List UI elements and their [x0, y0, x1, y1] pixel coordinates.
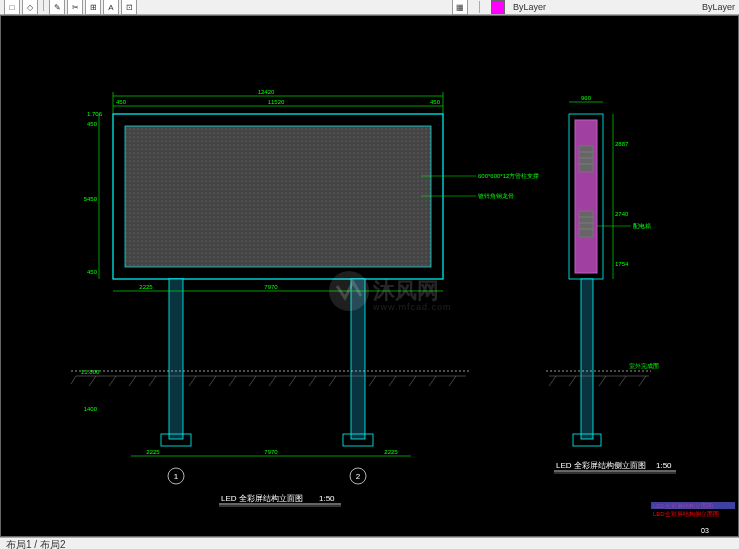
svg-rect-57: [581, 279, 593, 439]
svg-line-26: [249, 376, 256, 386]
separator: [479, 1, 480, 13]
drawing-canvas[interactable]: 12420 450 11520 450 1.706 450 5450 450 1…: [0, 15, 739, 537]
svg-line-65: [619, 376, 626, 386]
dim-mid-span: 7970: [264, 284, 278, 290]
callout-a: 600*600*12方管柱支撑: [478, 172, 539, 179]
watermark-url: www.mfcad.com: [372, 302, 452, 312]
svg-line-32: [389, 376, 396, 386]
callout-b: 镀锌角钢龙骨: [477, 193, 514, 199]
dim-mid-l: 2225: [139, 284, 153, 290]
status-bar: 布局1 / 布局2: [0, 537, 739, 549]
cad-drawing: 12420 450 11520 450 1.706 450 5450 450 1…: [1, 16, 738, 536]
svg-line-63: [569, 376, 576, 386]
side-dim-h1: 2887: [615, 141, 629, 147]
svg-line-33: [409, 376, 416, 386]
svg-rect-45: [575, 120, 597, 273]
app-toolbar: □ ◇ ✎ ✂ ⊞ A ⊡ ▦ ByLayer ByLayer: [0, 0, 739, 15]
svg-line-23: [189, 376, 196, 386]
dim-seg2: 5450: [84, 196, 98, 202]
toolbar-tool-group: □ ◇ ✎ ✂ ⊞ A ⊡: [4, 0, 137, 15]
side-dim-w: 960: [581, 95, 592, 101]
tool-icon[interactable]: ▦: [452, 0, 468, 15]
side-callout: 配电箱: [633, 223, 651, 229]
svg-line-30: [329, 376, 336, 386]
front-elevation: 12420 450 11520 450 1.706 450 5450 450 1…: [71, 89, 539, 506]
grid-1: 1: [174, 472, 179, 481]
dim-seg1: 450: [87, 121, 98, 127]
svg-rect-46: [579, 146, 593, 172]
svg-line-29: [309, 376, 316, 386]
svg-line-28: [289, 376, 296, 386]
svg-line-24: [209, 376, 216, 386]
page-label-2: LED全彩屏结构侧立面图: [653, 510, 719, 517]
front-scale: 1:50: [319, 494, 335, 503]
dim-left-margin: 450: [116, 99, 127, 105]
layout-tabs[interactable]: 布局1 / 布局2: [6, 538, 65, 549]
dim-right-margin: 450: [430, 99, 441, 105]
svg-line-66: [639, 376, 646, 386]
svg-line-27: [269, 376, 276, 386]
side-elevation: 960 2887 2740 1754 配电箱 室外完成面 LED 全彩屏结构侧立…: [546, 95, 676, 473]
tool-icon[interactable]: ✎: [49, 0, 65, 15]
dim-elev-lower: 11.800: [81, 369, 100, 375]
layer-name-2: ByLayer: [702, 2, 735, 12]
svg-rect-47: [579, 211, 593, 237]
dim-mid: 11520: [268, 99, 285, 105]
watermark-text: 沐风网: [372, 278, 439, 303]
tool-icon[interactable]: A: [103, 0, 119, 15]
dim-bot-l1: 2225: [146, 449, 160, 455]
tool-icon[interactable]: □: [4, 0, 20, 15]
svg-line-62: [549, 376, 556, 386]
dim-bot-r: 2225: [384, 449, 398, 455]
side-title: LED 全彩屏结构侧立面图: [556, 461, 646, 470]
svg-line-64: [599, 376, 606, 386]
layer-name: ByLayer: [513, 2, 546, 12]
page-label-1: LED全彩屏结构立面图: [653, 502, 713, 509]
dim-top-elev: 1.706: [87, 111, 103, 117]
side-dim-h3: 1754: [615, 261, 629, 267]
tool-icon[interactable]: ⊡: [121, 0, 137, 15]
svg-line-34: [429, 376, 436, 386]
svg-line-18: [71, 376, 76, 384]
svg-line-35: [449, 376, 456, 386]
svg-line-25: [229, 376, 236, 386]
front-title: LED 全彩屏结构立面图: [221, 494, 303, 503]
grid-2: 2: [356, 472, 361, 481]
dim-overall: 12420: [258, 89, 275, 95]
tool-icon[interactable]: ◇: [22, 0, 38, 15]
tool-icon[interactable]: ✂: [67, 0, 83, 15]
dim-seg3: 450: [87, 269, 98, 275]
color-swatch[interactable]: [491, 0, 505, 14]
svg-line-20: [109, 376, 116, 386]
svg-line-19: [89, 376, 96, 386]
watermark: 沐风网 www.mfcad.com: [329, 271, 452, 312]
side-dim-h2: 2740: [615, 211, 629, 217]
side-ground-label: 室外完成面: [629, 362, 659, 369]
side-scale: 1:50: [656, 461, 672, 470]
tool-icon[interactable]: ⊞: [85, 0, 101, 15]
dim-ground-depth: 1400: [84, 406, 98, 412]
svg-line-31: [369, 376, 376, 386]
svg-line-22: [149, 376, 156, 386]
dim-bot-span: 7970: [264, 449, 278, 455]
page-number: 03: [701, 527, 709, 534]
svg-rect-3: [125, 126, 431, 267]
svg-rect-10: [169, 279, 183, 439]
svg-line-21: [129, 376, 136, 386]
separator: [43, 0, 44, 11]
